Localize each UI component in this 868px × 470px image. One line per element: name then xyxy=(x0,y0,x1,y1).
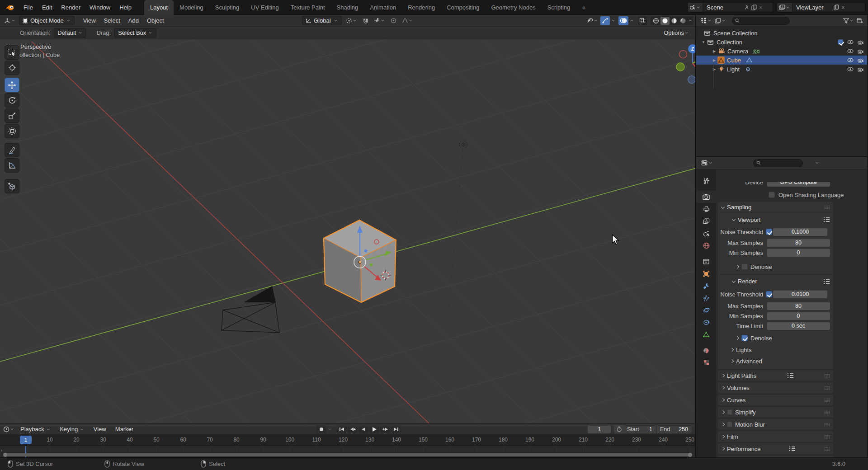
panel-grip[interactable] xyxy=(824,433,830,440)
preset-menu-icon[interactable] xyxy=(823,217,830,222)
render-subpanel-header[interactable]: Render xyxy=(718,274,833,286)
section-light-paths[interactable]: Light Paths xyxy=(718,370,833,381)
tool-add-cube[interactable] xyxy=(5,179,19,193)
panel-grip[interactable] xyxy=(824,372,830,379)
camera-object[interactable] xyxy=(222,286,279,333)
gizmo-axis-y-neg[interactable] xyxy=(676,63,684,71)
preset-menu-icon[interactable] xyxy=(787,373,793,378)
outliner-search[interactable] xyxy=(732,17,790,25)
disclosure-triangle-icon[interactable]: ▶ xyxy=(712,49,717,53)
new-viewlayer-icon[interactable] xyxy=(834,5,839,10)
properties-tab-particles[interactable] xyxy=(696,292,716,304)
tab-sculpting[interactable]: Sculpting xyxy=(209,0,245,15)
menu-marker[interactable]: Marker xyxy=(111,426,138,432)
next-keyframe-button[interactable] xyxy=(380,425,390,433)
outliner-row-cube[interactable]: ▶ Cube xyxy=(696,56,867,65)
panel-grip[interactable] xyxy=(824,204,830,211)
snap-button[interactable] xyxy=(361,16,370,25)
disclosure-triangle-icon[interactable]: ▶ xyxy=(712,67,717,71)
tool-transform[interactable] xyxy=(5,124,19,138)
section-film[interactable]: Film xyxy=(718,431,833,442)
section-volumes[interactable]: Volumes xyxy=(718,382,833,393)
viewport-noise-threshold-field[interactable]: 0.1000 xyxy=(773,228,827,236)
tool-annotate[interactable] xyxy=(5,143,19,157)
frame-start-field[interactable]: Start 1 xyxy=(623,425,656,433)
motion-blur-checkbox[interactable] xyxy=(727,422,732,427)
device-field[interactable]: GPU Compute xyxy=(767,182,830,187)
properties-tab-tool[interactable] xyxy=(696,175,716,187)
show-object-types-button[interactable] xyxy=(585,16,599,25)
tab-modeling[interactable]: Modeling xyxy=(174,0,209,15)
panel-grip[interactable] xyxy=(824,397,830,404)
properties-tab-modifiers[interactable] xyxy=(696,280,716,292)
tab-compositing[interactable]: Compositing xyxy=(441,0,485,15)
transform-orientation-dropdown[interactable]: Global xyxy=(302,16,342,25)
viewport-min-samples-field[interactable]: 0 xyxy=(767,249,830,257)
tool-move[interactable] xyxy=(5,78,19,92)
disclosure-triangle-icon[interactable]: ▶ xyxy=(712,58,717,62)
hide-eye-icon[interactable] xyxy=(847,67,854,71)
properties-tab-render[interactable] xyxy=(696,191,716,203)
xray-toggle[interactable] xyxy=(638,16,647,25)
lights-subsection[interactable]: Lights xyxy=(718,346,833,354)
outliner-display-mode-button[interactable] xyxy=(713,16,727,25)
viewport-scene[interactable] xyxy=(0,39,695,423)
disable-render-camera-icon[interactable] xyxy=(858,67,863,72)
advanced-subsection[interactable]: Advanced xyxy=(718,357,833,365)
orientation-setting-dropdown[interactable]: Default xyxy=(54,28,86,38)
disclosure-triangle-icon[interactable]: ▼ xyxy=(701,40,706,44)
properties-tab-output[interactable] xyxy=(696,203,716,215)
tab-layout[interactable]: Layout xyxy=(144,0,174,15)
proportional-editing-button[interactable] xyxy=(389,16,398,25)
add-workspace-button[interactable]: + xyxy=(576,0,592,15)
viewport-max-samples-field[interactable]: 80 xyxy=(767,239,830,247)
remove-viewlayer-icon[interactable]: × xyxy=(841,4,845,11)
viewlayer-name[interactable]: ViewLayer xyxy=(793,4,831,11)
previous-keyframe-button[interactable] xyxy=(348,425,358,433)
outliner-editor-type-button[interactable] xyxy=(699,16,713,25)
outliner-row-collection[interactable]: ▼ Collection xyxy=(696,38,867,47)
properties-tab-collection[interactable] xyxy=(696,255,716,268)
frame-end-field[interactable]: End 250 xyxy=(656,425,692,433)
gizmo-axis-z-neg[interactable] xyxy=(688,76,696,84)
properties-tab-constraints[interactable] xyxy=(696,316,716,329)
tab-scripting[interactable]: Scripting xyxy=(542,0,576,15)
shading-rendered-button[interactable] xyxy=(679,17,688,25)
panel-grip[interactable] xyxy=(824,421,830,428)
outliner-filter-button[interactable] xyxy=(842,16,855,25)
new-collection-button[interactable] xyxy=(855,16,864,25)
viewlayer-browse-button[interactable] xyxy=(777,3,793,12)
navigation-gizmo[interactable]: Z Y X xyxy=(675,43,695,88)
tab-rendering[interactable]: Rendering xyxy=(402,0,441,15)
mode-dropdown[interactable]: Object Mode xyxy=(19,16,75,25)
properties-editor-type-button[interactable] xyxy=(700,159,714,168)
tool-rotate[interactable] xyxy=(5,93,19,108)
section-curves[interactable]: Curves xyxy=(718,395,833,405)
blender-logo-icon[interactable] xyxy=(5,4,14,11)
auto-keying-button[interactable] xyxy=(316,425,326,433)
properties-tab-physics[interactable] xyxy=(696,304,716,316)
outliner-row-scene-collection[interactable]: Scene Collection xyxy=(696,28,867,38)
snap-settings-button[interactable] xyxy=(373,16,387,25)
viewport-denoise-checkbox[interactable] xyxy=(741,263,748,270)
menu-object[interactable]: Object xyxy=(143,17,168,24)
viewport-noise-threshold-checkbox[interactable] xyxy=(766,229,772,235)
viewport-denoise-row[interactable]: Denoise xyxy=(718,263,833,271)
tab-texture-paint[interactable]: Texture Paint xyxy=(285,0,331,15)
menu-keying[interactable]: Keying xyxy=(55,426,89,432)
falloff-button[interactable] xyxy=(401,16,415,25)
jump-to-end-button[interactable] xyxy=(391,425,401,433)
keying-options-chevron[interactable] xyxy=(329,428,331,430)
sidebar-collapse-arrow[interactable]: ‹ xyxy=(690,46,692,53)
osl-checkbox[interactable] xyxy=(769,192,775,198)
render-denoise-checkbox[interactable] xyxy=(741,335,748,341)
properties-tab-scene[interactable] xyxy=(696,227,716,240)
timeline-editor-type-button[interactable] xyxy=(2,425,16,434)
preset-menu-icon[interactable] xyxy=(789,446,795,451)
pin-icon[interactable] xyxy=(744,5,749,10)
render-max-samples-field[interactable]: 80 xyxy=(767,302,830,310)
tool-measure[interactable] xyxy=(5,158,19,173)
render-noise-threshold-field[interactable]: 0.0100 xyxy=(773,290,827,298)
menu-select[interactable]: Select xyxy=(100,17,124,24)
pivot-point-button[interactable] xyxy=(344,16,359,25)
